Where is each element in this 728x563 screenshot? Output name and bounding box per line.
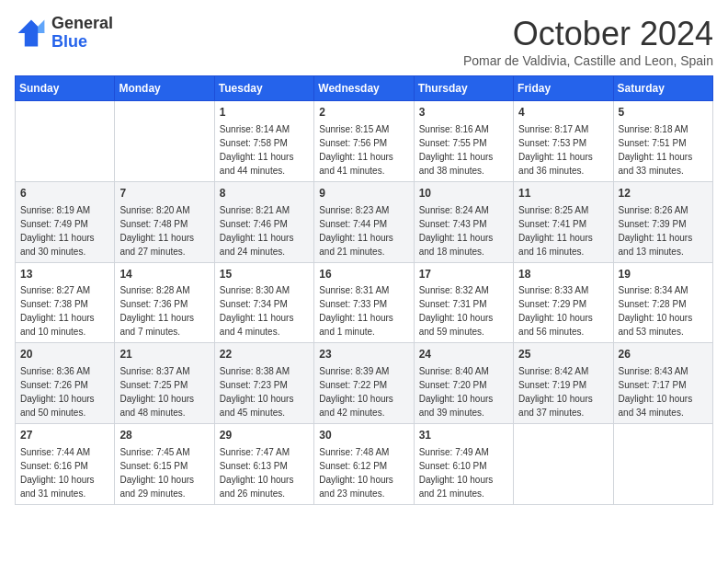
day-info: Sunrise: 8:39 AM Sunset: 7:22 PM Dayligh… [319, 366, 393, 418]
calendar-cell: 21Sunrise: 8:37 AM Sunset: 7:25 PM Dayli… [115, 343, 214, 424]
day-info: Sunrise: 8:18 AM Sunset: 7:51 PM Dayligh… [619, 124, 693, 176]
calendar-cell: 24Sunrise: 8:40 AM Sunset: 7:20 PM Dayli… [414, 343, 513, 424]
day-number: 6 [20, 186, 109, 201]
day-info: Sunrise: 8:34 AM Sunset: 7:28 PM Dayligh… [619, 285, 693, 337]
logo-icon [15, 17, 48, 50]
location-subtitle: Pomar de Valdivia, Castille and Leon, Sp… [463, 53, 713, 68]
day-number: 27 [20, 428, 109, 443]
day-number: 10 [419, 186, 508, 201]
header-row: SundayMondayTuesdayWednesdayThursdayFrid… [16, 76, 713, 101]
day-info: Sunrise: 8:31 AM Sunset: 7:33 PM Dayligh… [319, 285, 393, 337]
day-info: Sunrise: 8:33 AM Sunset: 7:29 PM Dayligh… [518, 285, 593, 337]
day-number: 16 [319, 267, 408, 282]
day-number: 23 [319, 347, 408, 362]
day-info: Sunrise: 8:23 AM Sunset: 7:44 PM Dayligh… [319, 205, 393, 257]
day-number: 13 [20, 267, 109, 282]
day-number: 21 [119, 347, 209, 362]
calendar-cell: 1Sunrise: 8:14 AM Sunset: 7:58 PM Daylig… [214, 101, 313, 182]
calendar-cell: 22Sunrise: 8:38 AM Sunset: 7:23 PM Dayli… [214, 343, 313, 424]
day-info: Sunrise: 8:36 AM Sunset: 7:26 PM Dayligh… [20, 366, 95, 418]
calendar-cell: 17Sunrise: 8:32 AM Sunset: 7:31 PM Dayli… [414, 262, 513, 343]
day-of-week-wednesday: Wednesday [314, 76, 414, 101]
day-info: Sunrise: 8:19 AM Sunset: 7:49 PM Dayligh… [20, 205, 95, 257]
day-number: 20 [20, 347, 109, 362]
title-block: October 2024 Pomar de Valdivia, Castille… [463, 15, 713, 68]
day-number: 17 [419, 267, 508, 282]
day-info: Sunrise: 7:47 AM Sunset: 6:13 PM Dayligh… [220, 447, 294, 499]
day-info: Sunrise: 8:15 AM Sunset: 7:56 PM Dayligh… [319, 124, 393, 176]
week-row-3: 13Sunrise: 8:27 AM Sunset: 7:38 PM Dayli… [16, 262, 713, 343]
calendar-cell: 29Sunrise: 7:47 AM Sunset: 6:13 PM Dayli… [214, 424, 313, 505]
day-of-week-thursday: Thursday [414, 76, 513, 101]
calendar-cell: 12Sunrise: 8:26 AM Sunset: 7:39 PM Dayli… [613, 181, 712, 262]
calendar-header: SundayMondayTuesdayWednesdayThursdayFrid… [16, 76, 713, 101]
week-row-4: 20Sunrise: 8:36 AM Sunset: 7:26 PM Dayli… [16, 343, 713, 424]
day-number: 7 [119, 186, 209, 201]
day-of-week-tuesday: Tuesday [214, 76, 313, 101]
day-info: Sunrise: 8:37 AM Sunset: 7:25 PM Dayligh… [119, 366, 194, 418]
day-info: Sunrise: 8:38 AM Sunset: 7:23 PM Dayligh… [220, 366, 294, 418]
day-info: Sunrise: 7:48 AM Sunset: 6:12 PM Dayligh… [319, 447, 393, 499]
calendar-cell: 2Sunrise: 8:15 AM Sunset: 7:56 PM Daylig… [314, 101, 414, 182]
calendar-cell: 7Sunrise: 8:20 AM Sunset: 7:48 PM Daylig… [115, 181, 214, 262]
day-number: 26 [619, 347, 708, 362]
day-info: Sunrise: 8:27 AM Sunset: 7:38 PM Dayligh… [20, 285, 95, 337]
logo-blue: Blue [51, 32, 87, 51]
day-of-week-sunday: Sunday [16, 76, 115, 101]
calendar-cell: 30Sunrise: 7:48 AM Sunset: 6:12 PM Dayli… [314, 424, 414, 505]
day-info: Sunrise: 8:43 AM Sunset: 7:17 PM Dayligh… [619, 366, 693, 418]
calendar-table: SundayMondayTuesdayWednesdayThursdayFrid… [15, 75, 713, 505]
day-info: Sunrise: 8:21 AM Sunset: 7:46 PM Dayligh… [220, 205, 294, 257]
calendar-cell: 10Sunrise: 8:24 AM Sunset: 7:43 PM Dayli… [414, 181, 513, 262]
day-number: 5 [619, 105, 708, 121]
day-number: 18 [518, 267, 608, 282]
day-info: Sunrise: 8:17 AM Sunset: 7:53 PM Dayligh… [518, 124, 593, 176]
day-info: Sunrise: 8:25 AM Sunset: 7:41 PM Dayligh… [518, 205, 593, 257]
calendar-cell: 16Sunrise: 8:31 AM Sunset: 7:33 PM Dayli… [314, 262, 414, 343]
calendar-cell: 4Sunrise: 8:17 AM Sunset: 7:53 PM Daylig… [514, 101, 613, 182]
day-info: Sunrise: 8:30 AM Sunset: 7:34 PM Dayligh… [220, 285, 294, 337]
calendar-cell: 28Sunrise: 7:45 AM Sunset: 6:15 PM Dayli… [115, 424, 214, 505]
calendar-cell: 23Sunrise: 8:39 AM Sunset: 7:22 PM Dayli… [314, 343, 414, 424]
calendar-cell [613, 424, 712, 505]
month-title: October 2024 [463, 15, 713, 53]
day-number: 4 [518, 105, 608, 121]
calendar-cell: 31Sunrise: 7:49 AM Sunset: 6:10 PM Dayli… [414, 424, 513, 505]
calendar-cell: 3Sunrise: 8:16 AM Sunset: 7:55 PM Daylig… [414, 101, 513, 182]
logo-text: General Blue [51, 15, 113, 52]
day-number: 12 [619, 186, 708, 201]
calendar-cell: 5Sunrise: 8:18 AM Sunset: 7:51 PM Daylig… [613, 101, 712, 182]
day-number: 11 [518, 186, 608, 201]
day-number: 15 [220, 267, 309, 282]
calendar-cell: 15Sunrise: 8:30 AM Sunset: 7:34 PM Dayli… [214, 262, 313, 343]
day-info: Sunrise: 8:24 AM Sunset: 7:43 PM Dayligh… [419, 205, 494, 257]
calendar-cell: 9Sunrise: 8:23 AM Sunset: 7:44 PM Daylig… [314, 181, 414, 262]
day-number: 3 [419, 105, 508, 121]
calendar-cell: 20Sunrise: 8:36 AM Sunset: 7:26 PM Dayli… [16, 343, 115, 424]
day-number: 9 [319, 186, 408, 201]
calendar-cell: 11Sunrise: 8:25 AM Sunset: 7:41 PM Dayli… [514, 181, 613, 262]
day-info: Sunrise: 8:28 AM Sunset: 7:36 PM Dayligh… [119, 285, 194, 337]
day-number: 8 [220, 186, 309, 201]
day-number: 28 [119, 428, 209, 443]
day-number: 31 [419, 428, 508, 443]
calendar-cell [514, 424, 613, 505]
calendar-cell [115, 101, 214, 182]
day-info: Sunrise: 8:26 AM Sunset: 7:39 PM Dayligh… [619, 205, 693, 257]
day-number: 22 [220, 347, 309, 362]
day-number: 29 [220, 428, 309, 443]
day-number: 1 [220, 105, 309, 121]
week-row-2: 6Sunrise: 8:19 AM Sunset: 7:49 PM Daylig… [16, 181, 713, 262]
calendar-cell: 18Sunrise: 8:33 AM Sunset: 7:29 PM Dayli… [514, 262, 613, 343]
day-number: 30 [319, 428, 408, 443]
day-of-week-monday: Monday [115, 76, 214, 101]
day-info: Sunrise: 8:14 AM Sunset: 7:58 PM Dayligh… [220, 124, 294, 176]
calendar-cell: 26Sunrise: 8:43 AM Sunset: 7:17 PM Dayli… [613, 343, 712, 424]
calendar-cell [16, 101, 115, 182]
calendar-cell: 27Sunrise: 7:44 AM Sunset: 6:16 PM Dayli… [16, 424, 115, 505]
calendar-cell: 25Sunrise: 8:42 AM Sunset: 7:19 PM Dayli… [514, 343, 613, 424]
day-info: Sunrise: 8:16 AM Sunset: 7:55 PM Dayligh… [419, 124, 494, 176]
calendar-cell: 14Sunrise: 8:28 AM Sunset: 7:36 PM Dayli… [115, 262, 214, 343]
calendar-body: 1Sunrise: 8:14 AM Sunset: 7:58 PM Daylig… [16, 101, 713, 505]
day-of-week-friday: Friday [514, 76, 613, 101]
